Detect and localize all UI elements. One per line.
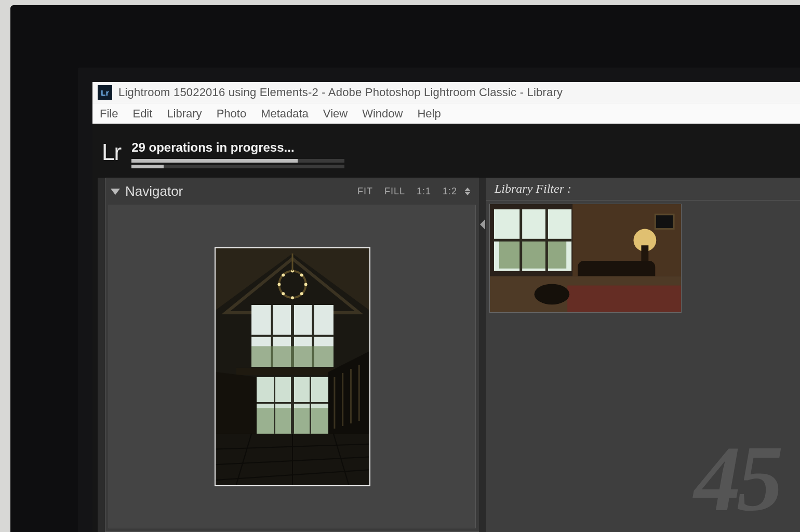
chevron-up-icon	[464, 188, 471, 191]
progress-bar-2	[131, 165, 344, 168]
svg-point-30	[277, 283, 281, 286]
zoom-stepper[interactable]	[464, 188, 471, 195]
grid-cell-index: 45	[694, 442, 779, 516]
svg-rect-48	[655, 215, 674, 229]
identity-plate: Lr	[102, 139, 121, 165]
menu-file[interactable]: File	[100, 107, 118, 121]
zoom-fit[interactable]: FIT	[357, 186, 373, 197]
navigator-panel: Navigator FIT FILL 1:1 1:2	[105, 178, 479, 532]
zoom-controls: FIT FILL 1:1 1:2	[357, 186, 471, 197]
menu-photo[interactable]: Photo	[217, 107, 247, 121]
window-titlebar: Lr Lightroom 15022016 using Elements-2 -…	[92, 82, 800, 103]
svg-point-37	[300, 292, 303, 295]
menu-metadata[interactable]: Metadata	[261, 107, 309, 121]
chevron-down-icon	[464, 192, 471, 195]
zoom-1-1[interactable]: 1:1	[417, 186, 431, 197]
menu-window[interactable]: Window	[362, 107, 403, 121]
svg-point-36	[282, 292, 285, 295]
navigator-title: Navigator	[125, 183, 183, 200]
menu-help[interactable]: Help	[417, 107, 441, 121]
svg-rect-51	[567, 285, 681, 312]
panels: Navigator FIT FILL 1:1 1:2	[92, 174, 800, 532]
progress-bar-1	[131, 159, 344, 163]
svg-point-35	[300, 273, 303, 276]
svg-point-31	[304, 283, 307, 286]
zoom-fill[interactable]: FILL	[384, 186, 405, 197]
progress-area: 29 operations in progress...	[131, 139, 344, 168]
navigator-preview-image	[216, 248, 369, 485]
progress-label: 29 operations in progress...	[131, 140, 344, 155]
panel-divider[interactable]	[479, 178, 486, 532]
navigator-body[interactable]	[109, 205, 476, 528]
left-panel-gutter[interactable]	[98, 178, 105, 532]
svg-point-33	[291, 296, 294, 299]
grid-view[interactable]: 45	[486, 201, 800, 532]
svg-rect-8	[251, 346, 334, 367]
app-icon: Lr	[98, 85, 112, 100]
monitor-bezel-inner: Lr Lightroom 15022016 using Elements-2 -…	[78, 68, 800, 532]
zoom-ratio[interactable]: 1:2	[443, 186, 457, 197]
progress-bars[interactable]	[131, 159, 344, 168]
grid-thumbnail-image	[490, 204, 681, 312]
disclosure-triangle-icon[interactable]	[111, 189, 120, 195]
menu-edit[interactable]: Edit	[132, 107, 152, 121]
content-panel: Library Filter :	[486, 178, 800, 532]
navigator-header: Navigator FIT FILL 1:1 1:2	[105, 178, 479, 205]
window-title: Lightroom 15022016 using Elements-2 - Ad…	[118, 86, 563, 99]
svg-point-34	[282, 273, 285, 276]
menu-view[interactable]: View	[323, 107, 348, 121]
svg-point-52	[535, 284, 570, 305]
menu-bar: File Edit Library Photo Metadata View Wi…	[92, 103, 800, 124]
menu-library[interactable]: Library	[167, 107, 202, 121]
screen: Lr Lightroom 15022016 using Elements-2 -…	[92, 82, 800, 532]
app-chrome: Lr 29 operations in progress...	[92, 124, 800, 532]
monitor-bezel-outer: Lr Lightroom 15022016 using Elements-2 -…	[10, 5, 800, 532]
collapse-left-icon	[480, 219, 485, 230]
navigator-preview[interactable]	[215, 247, 370, 486]
grid-thumbnail[interactable]	[489, 204, 682, 313]
identity-plate-row: Lr 29 operations in progress...	[92, 124, 800, 174]
svg-rect-41	[499, 240, 566, 268]
library-filter-header[interactable]: Library Filter :	[486, 178, 800, 201]
